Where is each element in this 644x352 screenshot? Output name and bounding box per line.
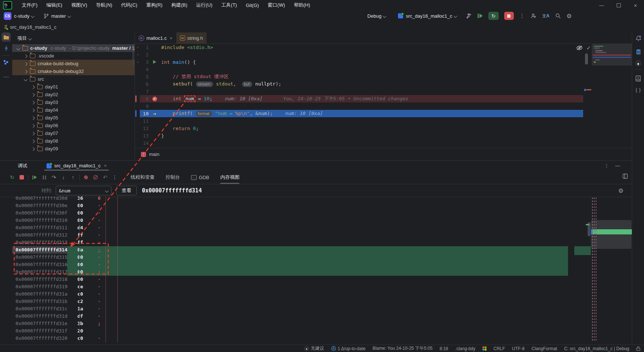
status-item[interactable]: 1 Δ/up-to-date [331,346,366,351]
memory-settings-button[interactable]: ⚙ [618,187,623,194]
memory-row[interactable]: 0x00007fffffffd31500· [12,254,632,261]
memory-row[interactable]: 0x00007fffffffd31000· [12,217,632,224]
stop-button[interactable] [504,12,514,20]
memory-row[interactable]: 0x00007fffffffd31f20 [12,327,632,335]
status-item[interactable]: ClangFormat [532,346,557,351]
debug-tab-GDB[interactable]: >_GDB [191,171,209,184]
vcs-branch-widget[interactable]: master [44,13,70,19]
project-scrollbar[interactable] [132,44,134,65]
resume-button[interactable] [30,173,39,181]
code-with-me-button[interactable] [530,13,537,19]
project-tool-button[interactable] [1,32,11,42]
memory-row[interactable]: 0x00007fffffffd313ff· [12,239,632,246]
menu-item[interactable]: 代码(C) [117,0,142,10]
gutter-icon-slot[interactable]: ✓ [150,95,159,102]
menu-item[interactable]: 重构(R) [142,0,167,10]
code-line-4[interactable]: 4 [135,66,632,73]
mute-breakpoints-button[interactable] [81,173,91,181]
run-mode-selector[interactable]: Debug [367,13,386,19]
close-icon[interactable]: × [170,35,173,41]
code-line-6[interactable]: 6 setbuf( stream: stdout, buf: nullptr); [135,80,632,88]
build-button[interactable] [466,13,472,19]
memory-row[interactable]: 0x00007fffffffd31800· [12,276,632,283]
code-line-3[interactable]: 3int main() { [135,58,632,66]
code-line-2[interactable]: 2 [135,51,632,58]
rerun-button[interactable]: ↻ [7,173,17,181]
more-actions-button[interactable]: ⋮ [519,13,525,19]
memory-row[interactable]: 0x00007fffffffd319ce· [12,283,632,290]
project-panel-header[interactable]: 项目 [12,32,135,44]
debug-session-tab[interactable]: src_day16_malloc1_c × [46,161,107,171]
status-item[interactable]: 无建议 [304,345,324,352]
memory-row[interactable]: 0x00007fffffffd31e3b; [12,320,632,327]
code-line-13[interactable]: 13} [135,132,632,139]
window-maximize-button[interactable] [610,0,627,10]
rerun-debug-button[interactable]: ↻ [488,12,499,20]
ast-tool-button[interactable]: { } [634,85,643,94]
code-line-8[interactable]: 8✓ int num = 10;num: 10 [0xa]You, 24-10-… [135,95,632,102]
tree-item[interactable]: cmake-build-debug32 [12,67,135,75]
code-line-5[interactable]: 5 // 禁用 stdout 缓冲区 [135,73,632,80]
tree-item[interactable]: day02 [12,91,135,98]
gutter-icon-slot[interactable] [150,139,159,147]
gutter-icon-slot[interactable] [150,80,159,88]
gutter-icon-slot[interactable] [150,102,159,110]
memory-row[interactable]: 0x00007fffffffd312ff· [12,231,632,239]
memory-row[interactable]: 0x00007fffffffd31ddf· [12,313,632,320]
code-line-9[interactable]: 9 [135,102,632,110]
status-item[interactable]: 8:18 [440,346,448,351]
gutter-icon-slot[interactable] [150,51,159,58]
no-problems-check-icon[interactable]: ✓ [586,45,591,51]
breakpoint-icon[interactable]: ✓ [152,97,157,101]
search-everywhere-button[interactable] [555,13,561,19]
tree-item[interactable]: day06 [12,122,135,129]
breadcrumb-function[interactable]: main [149,151,159,157]
tree-item[interactable]: day05 [12,114,135,122]
menu-item[interactable]: 编辑(E) [42,0,67,10]
gutter-icon-slot[interactable] [150,88,159,95]
step-into-button[interactable]: ↓ [59,173,68,181]
window-minimize-button[interactable]: — [593,0,610,10]
memory-row[interactable]: 0x00007fffffffd31600· [12,261,632,268]
debug-panel-minimize-button[interactable]: — [615,163,620,168]
debug-tab-内存视图[interactable]: 内存视图 [220,171,239,184]
memory-table[interactable]: 0x00007fffffffd30d3660x00007fffffffd30e0… [12,196,632,342]
memory-row[interactable]: 0x00007fffffffd31c1a· [12,305,632,313]
editor-tab-malloc1-c[interactable]: Cmalloc1.c× [135,32,176,43]
gutter-icon-slot[interactable] [150,58,159,66]
editor-tab-string-h[interactable]: Hstring.h [176,32,207,43]
tree-item[interactable]: day08 [12,137,135,145]
code-line-10[interactable]: 10→ printf( format: "num = %p\n", &num);… [135,110,632,117]
gutter-icon-slot[interactable] [150,43,159,51]
stop-button[interactable] [17,173,27,181]
memory-row[interactable]: 0x00007fffffffd320c0· [12,335,632,342]
gutter-icon-slot[interactable]: → [150,110,159,117]
code-line-11[interactable]: 11 [135,117,632,125]
menu-item[interactable]: 帮助(H) [290,0,315,10]
database-button[interactable] [634,47,643,56]
goto-address-combo[interactable]: &num [56,186,111,195]
layout-settings-button[interactable] [623,174,628,179]
ai-assistant-button[interactable] [634,59,643,68]
memory-row[interactable]: 0x00007fffffffd31bc2· [12,298,632,305]
commit-tool-button[interactable] [1,43,11,53]
menu-item[interactable]: 构建(B) [167,0,191,10]
documentation-button[interactable]: A [634,74,643,83]
run-config-selector[interactable]: src_day16_malloc1_c [398,13,457,19]
code-line-12[interactable]: 12 return 0; [135,125,632,132]
code-line-1[interactable]: 1#include <stdio.h> [135,43,632,51]
memory-row[interactable]: 0x00007fffffffd31ac0· [12,290,632,298]
status-item[interactable]: Blame: You 24-10-25 下午5:05 [373,345,433,352]
close-icon[interactable]: × [104,163,107,168]
translate-button[interactable]: 文A [542,13,550,19]
debug-more-button[interactable]: ⋮ [110,173,120,181]
step-over-button[interactable]: ↷ [49,173,59,181]
memory-row[interactable]: 0x00007fffffffd30d366 [12,196,632,202]
run-line-icon[interactable] [153,60,156,64]
menu-item[interactable]: 文件(F) [17,0,42,10]
step-out-button[interactable]: ↑ [68,173,78,181]
reset-frame-button[interactable]: ↶ [100,173,110,181]
code-editor[interactable]: 1#include <stdio.h>23int main() {45 // 禁… [135,43,632,147]
status-item[interactable]: CRLF [494,346,505,351]
view-breakpoints-button[interactable] [91,173,100,181]
